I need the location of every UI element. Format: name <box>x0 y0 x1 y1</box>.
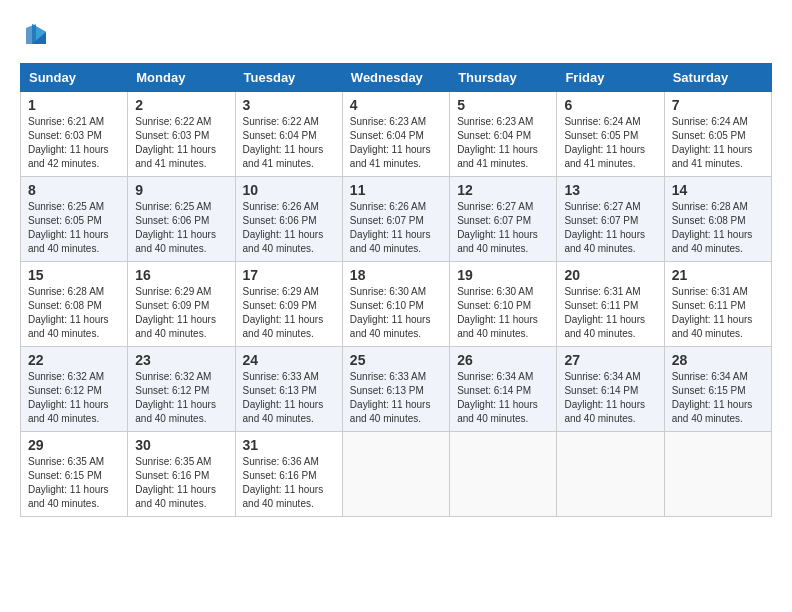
day-info: Sunrise: 6:36 AMSunset: 6:16 PMDaylight:… <box>243 456 324 509</box>
day-number: 2 <box>135 97 227 113</box>
day-info: Sunrise: 6:29 AMSunset: 6:09 PMDaylight:… <box>243 286 324 339</box>
day-info: Sunrise: 6:22 AMSunset: 6:03 PMDaylight:… <box>135 116 216 169</box>
calendar-cell: 18 Sunrise: 6:30 AMSunset: 6:10 PMDaylig… <box>342 262 449 347</box>
day-number: 12 <box>457 182 549 198</box>
day-number: 1 <box>28 97 120 113</box>
calendar-cell: 7 Sunrise: 6:24 AMSunset: 6:05 PMDayligh… <box>664 92 771 177</box>
day-info: Sunrise: 6:30 AMSunset: 6:10 PMDaylight:… <box>350 286 431 339</box>
calendar-week-row: 1 Sunrise: 6:21 AMSunset: 6:03 PMDayligh… <box>21 92 772 177</box>
day-number: 9 <box>135 182 227 198</box>
day-info: Sunrise: 6:23 AMSunset: 6:04 PMDaylight:… <box>350 116 431 169</box>
calendar-cell <box>342 432 449 517</box>
calendar-cell: 10 Sunrise: 6:26 AMSunset: 6:06 PMDaylig… <box>235 177 342 262</box>
day-number: 30 <box>135 437 227 453</box>
day-info: Sunrise: 6:31 AMSunset: 6:11 PMDaylight:… <box>564 286 645 339</box>
day-info: Sunrise: 6:26 AMSunset: 6:07 PMDaylight:… <box>350 201 431 254</box>
day-number: 17 <box>243 267 335 283</box>
day-number: 27 <box>564 352 656 368</box>
day-info: Sunrise: 6:30 AMSunset: 6:10 PMDaylight:… <box>457 286 538 339</box>
day-number: 26 <box>457 352 549 368</box>
day-number: 20 <box>564 267 656 283</box>
day-info: Sunrise: 6:21 AMSunset: 6:03 PMDaylight:… <box>28 116 109 169</box>
calendar-cell: 4 Sunrise: 6:23 AMSunset: 6:04 PMDayligh… <box>342 92 449 177</box>
calendar-cell: 25 Sunrise: 6:33 AMSunset: 6:13 PMDaylig… <box>342 347 449 432</box>
logo-icon <box>22 20 50 48</box>
day-info: Sunrise: 6:27 AMSunset: 6:07 PMDaylight:… <box>564 201 645 254</box>
calendar-cell: 14 Sunrise: 6:28 AMSunset: 6:08 PMDaylig… <box>664 177 771 262</box>
calendar-week-row: 15 Sunrise: 6:28 AMSunset: 6:08 PMDaylig… <box>21 262 772 347</box>
day-number: 6 <box>564 97 656 113</box>
calendar-header-wednesday: Wednesday <box>342 64 449 92</box>
day-number: 11 <box>350 182 442 198</box>
svg-marker-2 <box>26 24 36 44</box>
calendar-cell: 22 Sunrise: 6:32 AMSunset: 6:12 PMDaylig… <box>21 347 128 432</box>
day-number: 16 <box>135 267 227 283</box>
calendar-week-row: 22 Sunrise: 6:32 AMSunset: 6:12 PMDaylig… <box>21 347 772 432</box>
calendar-cell: 17 Sunrise: 6:29 AMSunset: 6:09 PMDaylig… <box>235 262 342 347</box>
day-number: 25 <box>350 352 442 368</box>
calendar-cell <box>557 432 664 517</box>
day-number: 24 <box>243 352 335 368</box>
day-number: 29 <box>28 437 120 453</box>
day-info: Sunrise: 6:31 AMSunset: 6:11 PMDaylight:… <box>672 286 753 339</box>
day-number: 4 <box>350 97 442 113</box>
calendar-header-monday: Monday <box>128 64 235 92</box>
day-info: Sunrise: 6:33 AMSunset: 6:13 PMDaylight:… <box>243 371 324 424</box>
calendar-cell: 26 Sunrise: 6:34 AMSunset: 6:14 PMDaylig… <box>450 347 557 432</box>
calendar-week-row: 8 Sunrise: 6:25 AMSunset: 6:05 PMDayligh… <box>21 177 772 262</box>
day-number: 15 <box>28 267 120 283</box>
calendar-cell: 16 Sunrise: 6:29 AMSunset: 6:09 PMDaylig… <box>128 262 235 347</box>
calendar-cell: 24 Sunrise: 6:33 AMSunset: 6:13 PMDaylig… <box>235 347 342 432</box>
day-info: Sunrise: 6:23 AMSunset: 6:04 PMDaylight:… <box>457 116 538 169</box>
day-number: 22 <box>28 352 120 368</box>
calendar-cell: 15 Sunrise: 6:28 AMSunset: 6:08 PMDaylig… <box>21 262 128 347</box>
day-info: Sunrise: 6:25 AMSunset: 6:06 PMDaylight:… <box>135 201 216 254</box>
day-info: Sunrise: 6:29 AMSunset: 6:09 PMDaylight:… <box>135 286 216 339</box>
calendar-cell: 11 Sunrise: 6:26 AMSunset: 6:07 PMDaylig… <box>342 177 449 262</box>
day-info: Sunrise: 6:28 AMSunset: 6:08 PMDaylight:… <box>28 286 109 339</box>
day-info: Sunrise: 6:33 AMSunset: 6:13 PMDaylight:… <box>350 371 431 424</box>
calendar-header-row: SundayMondayTuesdayWednesdayThursdayFrid… <box>21 64 772 92</box>
calendar-cell: 5 Sunrise: 6:23 AMSunset: 6:04 PMDayligh… <box>450 92 557 177</box>
calendar-cell: 29 Sunrise: 6:35 AMSunset: 6:15 PMDaylig… <box>21 432 128 517</box>
day-number: 23 <box>135 352 227 368</box>
logo <box>20 20 50 53</box>
calendar-cell: 3 Sunrise: 6:22 AMSunset: 6:04 PMDayligh… <box>235 92 342 177</box>
day-info: Sunrise: 6:26 AMSunset: 6:06 PMDaylight:… <box>243 201 324 254</box>
day-info: Sunrise: 6:34 AMSunset: 6:14 PMDaylight:… <box>564 371 645 424</box>
day-number: 5 <box>457 97 549 113</box>
calendar-cell: 30 Sunrise: 6:35 AMSunset: 6:16 PMDaylig… <box>128 432 235 517</box>
day-number: 13 <box>564 182 656 198</box>
calendar-cell: 12 Sunrise: 6:27 AMSunset: 6:07 PMDaylig… <box>450 177 557 262</box>
calendar-cell: 20 Sunrise: 6:31 AMSunset: 6:11 PMDaylig… <box>557 262 664 347</box>
calendar-cell: 13 Sunrise: 6:27 AMSunset: 6:07 PMDaylig… <box>557 177 664 262</box>
calendar-cell: 9 Sunrise: 6:25 AMSunset: 6:06 PMDayligh… <box>128 177 235 262</box>
day-info: Sunrise: 6:28 AMSunset: 6:08 PMDaylight:… <box>672 201 753 254</box>
calendar-week-row: 29 Sunrise: 6:35 AMSunset: 6:15 PMDaylig… <box>21 432 772 517</box>
day-info: Sunrise: 6:32 AMSunset: 6:12 PMDaylight:… <box>28 371 109 424</box>
calendar-table: SundayMondayTuesdayWednesdayThursdayFrid… <box>20 63 772 517</box>
calendar-header-tuesday: Tuesday <box>235 64 342 92</box>
calendar-cell <box>664 432 771 517</box>
calendar-cell: 6 Sunrise: 6:24 AMSunset: 6:05 PMDayligh… <box>557 92 664 177</box>
calendar-cell: 19 Sunrise: 6:30 AMSunset: 6:10 PMDaylig… <box>450 262 557 347</box>
day-info: Sunrise: 6:35 AMSunset: 6:16 PMDaylight:… <box>135 456 216 509</box>
calendar-cell: 21 Sunrise: 6:31 AMSunset: 6:11 PMDaylig… <box>664 262 771 347</box>
calendar-cell: 1 Sunrise: 6:21 AMSunset: 6:03 PMDayligh… <box>21 92 128 177</box>
calendar-cell: 28 Sunrise: 6:34 AMSunset: 6:15 PMDaylig… <box>664 347 771 432</box>
day-info: Sunrise: 6:24 AMSunset: 6:05 PMDaylight:… <box>564 116 645 169</box>
page-header <box>20 20 772 53</box>
day-info: Sunrise: 6:34 AMSunset: 6:15 PMDaylight:… <box>672 371 753 424</box>
calendar-cell: 2 Sunrise: 6:22 AMSunset: 6:03 PMDayligh… <box>128 92 235 177</box>
day-number: 18 <box>350 267 442 283</box>
day-number: 28 <box>672 352 764 368</box>
calendar-cell: 27 Sunrise: 6:34 AMSunset: 6:14 PMDaylig… <box>557 347 664 432</box>
calendar-cell: 23 Sunrise: 6:32 AMSunset: 6:12 PMDaylig… <box>128 347 235 432</box>
calendar-cell <box>450 432 557 517</box>
calendar-cell: 31 Sunrise: 6:36 AMSunset: 6:16 PMDaylig… <box>235 432 342 517</box>
day-info: Sunrise: 6:25 AMSunset: 6:05 PMDaylight:… <box>28 201 109 254</box>
calendar-header-sunday: Sunday <box>21 64 128 92</box>
day-info: Sunrise: 6:35 AMSunset: 6:15 PMDaylight:… <box>28 456 109 509</box>
day-number: 3 <box>243 97 335 113</box>
day-number: 14 <box>672 182 764 198</box>
